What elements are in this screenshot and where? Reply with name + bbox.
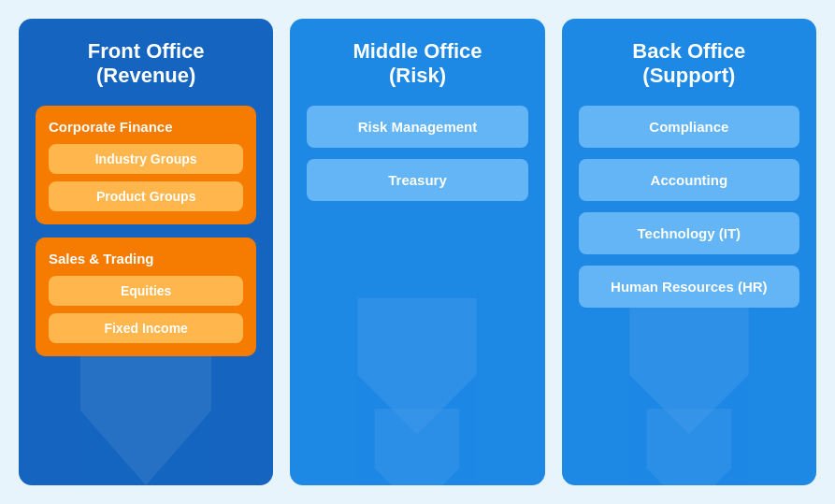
accounting-item: Accounting [579,159,799,201]
diagram-container: Front Office (Revenue) Corporate Finance… [0,0,835,504]
fixed-income-item: Fixed Income [49,313,243,343]
back-office-title: Back Office (Support) [579,39,799,89]
front-office-content: Corporate Finance Industry Groups Produc… [36,106,256,468]
corporate-finance-card: Corporate Finance Industry Groups Produc… [36,106,256,224]
product-groups-item: Product Groups [49,181,243,211]
hr-item: Human Resources (HR) [579,266,799,308]
sales-trading-title: Sales & Trading [49,251,243,266]
front-office-title: Front Office (Revenue) [36,39,256,89]
corporate-finance-title: Corporate Finance [49,119,243,135]
sales-trading-card: Sales & Trading Equities Fixed Income [36,238,256,356]
back-office-column: Back Office (Support) Compliance Account… [562,19,816,485]
middle-office-column: Middle Office (Risk) Risk Management Tre… [290,19,544,485]
technology-item: Technology (IT) [579,212,799,254]
middle-office-title: Middle Office (Risk) [307,39,527,89]
front-office-column: Front Office (Revenue) Corporate Finance… [19,19,273,485]
compliance-item: Compliance [579,106,799,148]
industry-groups-item: Industry Groups [49,144,243,174]
middle-office-content: Risk Management Treasury [307,106,527,468]
risk-management-item: Risk Management [307,106,527,148]
back-office-content: Compliance Accounting Technology (IT) Hu… [579,106,799,468]
equities-item: Equities [49,276,243,306]
treasury-item: Treasury [307,159,527,201]
